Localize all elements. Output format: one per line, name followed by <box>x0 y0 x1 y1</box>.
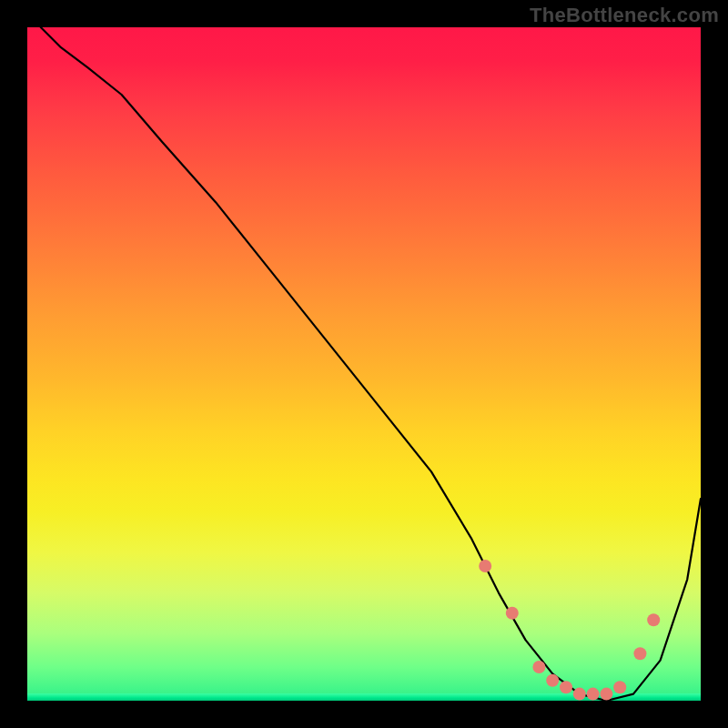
marker-dot <box>506 607 519 620</box>
chart-svg <box>27 27 701 701</box>
marker-group <box>479 560 660 701</box>
curve-path <box>41 27 701 701</box>
marker-dot <box>600 688 612 701</box>
chart-frame: TheBottleneck.com <box>0 0 728 728</box>
marker-dot <box>573 688 586 701</box>
marker-dot <box>532 661 545 673</box>
marker-dot <box>546 674 559 687</box>
marker-dot <box>613 681 626 693</box>
marker-dot <box>479 560 491 572</box>
marker-dot <box>560 681 572 693</box>
plot-area <box>27 27 701 701</box>
marker-dot <box>633 647 646 660</box>
watermark-text: TheBottleneck.com <box>530 4 719 27</box>
marker-dot <box>647 613 660 626</box>
marker-dot <box>587 688 600 701</box>
